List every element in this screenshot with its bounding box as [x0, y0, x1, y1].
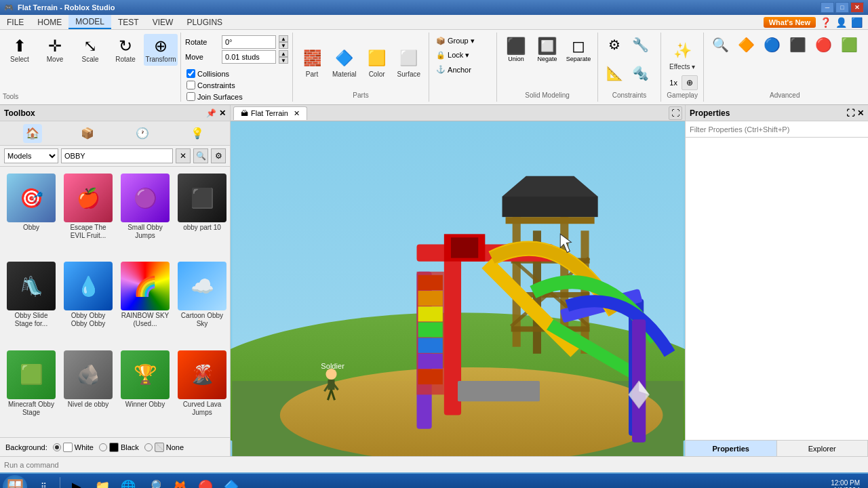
bg-none-radio[interactable]	[144, 443, 153, 451]
menu-view[interactable]: VIEW	[146, 15, 180, 29]
advanced-btn-6[interactable]: 🟩	[837, 35, 861, 90]
constraints-check[interactable]: Constraints	[185, 79, 288, 91]
constraints-btn-2[interactable]: 🔧	[628, 35, 652, 62]
properties-close-icon[interactable]: ✕	[857, 108, 864, 118]
filter-properties-input[interactable]	[686, 121, 868, 138]
rotate-up-arrow[interactable]: ▲	[279, 35, 288, 42]
constraints-btn-3[interactable]: 📐	[602, 64, 627, 91]
taskbar-ie-button[interactable]: 🌐	[116, 475, 140, 488]
union-button[interactable]: ⬛ Union	[501, 35, 531, 90]
collisions-check[interactable]: Collisions	[185, 68, 288, 79]
viewport-area[interactable]: Soldier	[231, 121, 685, 456]
tab-explorer[interactable]: Explorer	[777, 441, 869, 456]
taskbar-arrow-button[interactable]: 🔷	[219, 475, 243, 488]
filter-button[interactable]: ⚙	[211, 148, 226, 163]
toolbox-pin-icon[interactable]: 📌	[206, 108, 216, 118]
rotate-button[interactable]: ↻ Rotate	[108, 34, 142, 66]
toolbox-tab-recent[interactable]: 🕐	[133, 124, 152, 143]
properties-expand-icon[interactable]: ⛶	[846, 108, 854, 118]
move-up-arrow[interactable]: ▲	[279, 50, 288, 57]
separate-button[interactable]: ◻ Separate	[564, 35, 593, 90]
taskbar-search-button[interactable]: 🔎	[142, 475, 166, 488]
bg-black-radio[interactable]	[99, 443, 107, 451]
search-clear-button[interactable]: ✕	[176, 148, 191, 163]
list-item[interactable]: 💧 Obby Obby Obby Obby	[61, 259, 115, 344]
list-item[interactable]: 🎯 Obby	[4, 171, 58, 256]
viewport-maximize-button[interactable]: ⛶	[669, 106, 682, 120]
help-icon[interactable]: ❓	[820, 17, 831, 28]
menu-test[interactable]: TEST	[111, 15, 146, 29]
move-down-arrow[interactable]: ▼	[279, 57, 288, 64]
advanced-btn-3[interactable]: 🔵	[760, 35, 784, 90]
join-surfaces-checkbox[interactable]	[186, 92, 195, 101]
taskbar-roblox-button[interactable]: 🔴	[193, 475, 218, 488]
part-button[interactable]: 🧱 Part	[297, 35, 327, 90]
bg-white-option[interactable]: White	[53, 443, 94, 452]
taskbar-icon-dots[interactable]: ⠿	[31, 475, 56, 488]
list-item[interactable]: 🏆 Winner Obby	[118, 348, 172, 433]
search-input[interactable]	[61, 148, 173, 163]
material-button[interactable]: 🔷 Material	[328, 35, 361, 90]
command-input[interactable]	[4, 461, 864, 469]
toolbox-tab-creator[interactable]: 💡	[188, 124, 207, 143]
bg-black-option[interactable]: Black	[99, 443, 139, 452]
whats-new-button[interactable]: What's New	[764, 17, 816, 28]
toolbox-header-icons: 📌 ✕	[206, 108, 226, 118]
toolbox-close-icon[interactable]: ✕	[219, 108, 226, 118]
move-input[interactable]	[222, 50, 276, 64]
surface-button[interactable]: ⬜ Surface	[393, 35, 425, 90]
maximize-button[interactable]: □	[835, 2, 849, 13]
advanced-btn-4[interactable]: ⬛	[785, 35, 810, 90]
viewport-tab[interactable]: 🏔 Flat Terrain ✕	[233, 106, 307, 120]
close-button[interactable]: ✕	[850, 2, 864, 13]
rotate-down-arrow[interactable]: ▼	[279, 42, 288, 49]
user-icon[interactable]: 👤	[835, 17, 847, 28]
collisions-checkbox[interactable]	[186, 69, 195, 78]
taskbar-folder-button[interactable]: 📁	[90, 475, 115, 488]
category-select[interactable]: Models Decals Meshes	[4, 148, 58, 163]
bg-none-option[interactable]: None	[144, 443, 184, 452]
lock-button[interactable]: 🔒 Lock ▾	[433, 49, 477, 61]
list-item[interactable]: 🛝 Obby Slide Stage for...	[4, 259, 58, 344]
list-item[interactable]: 🌈 RAINBOW SKY (Used...	[118, 259, 172, 344]
join-surfaces-check[interactable]: Join Surfaces	[185, 91, 288, 102]
tab-properties[interactable]: Properties	[686, 441, 777, 456]
effects-button[interactable]: ✨ Effects ▾	[665, 35, 699, 75]
zoom-icon[interactable]: ⊕	[682, 75, 698, 90]
constraints-btn-4[interactable]: 🔩	[628, 64, 652, 91]
minimize-button[interactable]: ─	[821, 2, 834, 13]
color-button[interactable]: 🟨 Color	[362, 35, 392, 90]
start-button[interactable]: 🪟	[3, 475, 27, 488]
advanced-btn-1[interactable]: 🔍	[708, 35, 732, 90]
scale-button[interactable]: ⤡ Scale	[73, 34, 107, 66]
menu-plugins[interactable]: PLUGINS	[180, 15, 229, 29]
taskbar-media-button[interactable]: ▶	[64, 475, 89, 488]
move-button[interactable]: ✛ Move	[38, 34, 72, 66]
advanced-btn-5[interactable]: 🔴	[811, 35, 835, 90]
group-button[interactable]: 📦 Group ▾	[433, 35, 477, 47]
search-button[interactable]: 🔍	[193, 148, 208, 163]
advanced-btn-2[interactable]: 🔶	[734, 35, 758, 90]
tab-close-icon[interactable]: ✕	[294, 109, 300, 118]
menu-file[interactable]: FILE	[0, 15, 31, 29]
list-item[interactable]: 🟩 Minecraft Obby Stage	[4, 348, 58, 433]
rotate-input[interactable]	[222, 35, 276, 49]
menu-home[interactable]: HOME	[31, 15, 68, 29]
list-item[interactable]: 🪨 Nivel de obby	[61, 348, 115, 433]
toolbox-tab-assets[interactable]: 📦	[78, 124, 97, 143]
list-item[interactable]: 🌋 Curved Lava Jumps	[175, 348, 229, 433]
taskbar-yandex-button[interactable]: 🦊	[167, 475, 192, 488]
bg-white-radio[interactable]	[53, 443, 61, 451]
transform-button[interactable]: ⊕ Transform	[144, 34, 178, 66]
list-item[interactable]: ⬛ obby part 10	[175, 171, 229, 256]
negate-button[interactable]: 🔲 Negate	[532, 35, 562, 90]
select-button[interactable]: ⬆ Select	[3, 34, 37, 66]
menu-model[interactable]: MODEL	[68, 15, 111, 29]
list-item[interactable]: ☁️ Cartoon Obby Sky	[175, 259, 229, 344]
list-item[interactable]: 🟣 Small Obby Jumps	[118, 171, 172, 256]
list-item[interactable]: 🍎 Escape The EVIL Fruit...	[61, 171, 115, 256]
constraints-btn-1[interactable]: ⚙	[602, 35, 627, 62]
anchor-button[interactable]: ⚓ Anchor	[433, 64, 477, 75]
constraints-checkbox[interactable]	[186, 81, 195, 89]
toolbox-tab-models[interactable]: 🏠	[23, 124, 42, 143]
